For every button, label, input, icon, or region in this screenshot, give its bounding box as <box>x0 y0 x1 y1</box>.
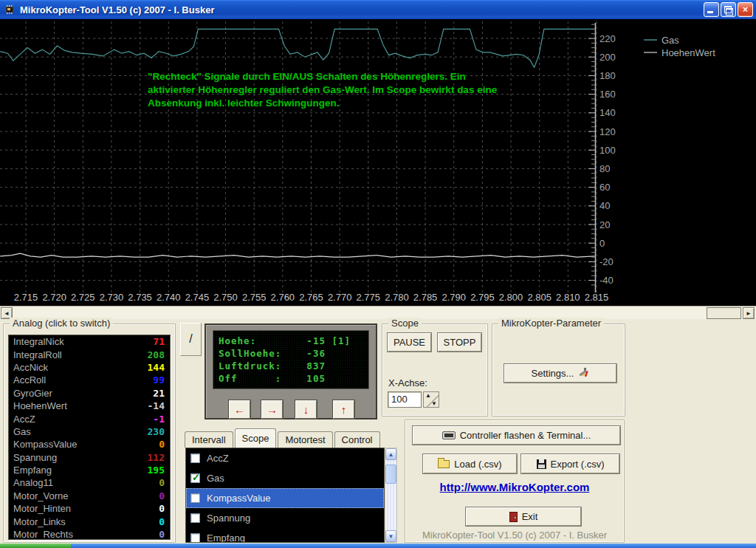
analog-row[interactable]: Motor_Vorne0 <box>9 490 170 502</box>
svg-text:2.755: 2.755 <box>242 292 267 303</box>
channel-row-kompassvalue[interactable]: KompassValue <box>186 488 384 508</box>
settings-button[interactable]: Settings... <box>504 364 616 383</box>
analog-value: 195 <box>148 465 165 476</box>
lcd-screen: Hoehe: -15 [1]SollHoehe: -36Luftdruck: 8… <box>213 330 369 389</box>
analog-row[interactable]: AccRoll99 <box>9 374 170 386</box>
scroll-up-icon[interactable]: ▲ <box>385 448 396 460</box>
analog-row[interactable]: Spannung112 <box>9 451 170 464</box>
checkbox-icon[interactable] <box>190 513 200 523</box>
checkbox-checked-icon[interactable]: ✓ <box>190 473 200 483</box>
analog-row[interactable]: Motor_Links0 <box>9 515 170 527</box>
checkbox-icon[interactable] <box>190 493 200 503</box>
export-csv-button[interactable]: Export (.csv) <box>521 454 619 473</box>
x-axis-input[interactable]: 100 <box>388 391 422 408</box>
close-button[interactable]: × <box>738 2 753 17</box>
svg-text:2.720: 2.720 <box>42 292 66 303</box>
lcd-up-button[interactable]: ↑ <box>333 400 354 419</box>
analog-label: Spannung <box>13 452 57 463</box>
minimize-button[interactable] <box>704 2 719 17</box>
flash-terminal-button[interactable]: Controller flashen & Terminal... <box>413 426 620 445</box>
channel-row-spannung[interactable]: Spannung <box>186 508 384 528</box>
analog-value: 0 <box>159 503 165 514</box>
tab-motortest[interactable]: Motortest <box>278 431 332 448</box>
mikrokopter-link[interactable]: http://www.MikroKopter.com <box>440 481 590 493</box>
channel-row-accz[interactable]: AccZ <box>186 448 384 468</box>
flash-terminal-label: Controller flashen & Terminal... <box>460 430 591 441</box>
analog-row[interactable]: GyroGier21 <box>9 387 170 400</box>
svg-text:2.725: 2.725 <box>71 292 95 303</box>
stop-button[interactable]: STOPP <box>438 333 481 352</box>
scope-caption: Scope <box>388 318 422 329</box>
svg-text:2.745: 2.745 <box>185 292 210 303</box>
footer-credit: MikroKopter-Tool V1.50 (c) 2007 - I. Bus… <box>422 530 607 541</box>
load-csv-button[interactable]: Load (.csv) <box>423 454 517 473</box>
svg-text:2.750: 2.750 <box>213 292 238 303</box>
svg-text:0: 0 <box>599 238 605 249</box>
exit-label: Exit <box>522 511 538 522</box>
x-axis-spinner[interactable]: ▲ ▼ <box>423 391 439 408</box>
analog-row[interactable]: Gas230 <box>9 425 170 438</box>
svg-text:2.800: 2.800 <box>499 292 523 303</box>
checkbox-icon[interactable] <box>190 533 200 543</box>
tab-intervall[interactable]: Intervall <box>185 431 233 448</box>
pause-button[interactable]: PAUSE <box>388 333 431 352</box>
lcd-left-button[interactable]: ← <box>229 400 250 419</box>
scope-chart-canvas: "Rechteck" Signale durch EIN/AUS Schalte… <box>0 19 756 306</box>
lcd-right-button[interactable]: → <box>261 400 283 419</box>
parameter-groupbox: MikroKopter-Parameter Settings... <box>492 323 625 417</box>
svg-text:2.760: 2.760 <box>271 292 295 303</box>
analog-row[interactable]: HoehenWert-14 <box>9 400 170 412</box>
analog-row[interactable]: IntegralRoll208 <box>9 348 170 360</box>
analog-row[interactable]: Empfang195 <box>9 464 170 476</box>
analog-row[interactable]: IntegralNick71 <box>9 335 170 348</box>
svg-text:80: 80 <box>599 163 610 174</box>
svg-text:2.790: 2.790 <box>441 292 466 303</box>
svg-text:2.715: 2.715 <box>14 292 38 303</box>
scroll-down-icon[interactable]: ▼ <box>385 530 396 542</box>
analog-row[interactable]: AccZ-1 <box>9 412 170 425</box>
analog-value: -14 <box>148 400 165 411</box>
window-title: MikroKopter-Tool V1.50 (c) 2007 - I. Bus… <box>20 4 214 16</box>
analog-caption: Analog (click to switch) <box>10 318 113 329</box>
channel-row-empfang[interactable]: Empfang <box>186 528 384 543</box>
spinner-up-icon[interactable]: ▲ <box>425 392 431 399</box>
svg-text:2.775: 2.775 <box>357 292 381 303</box>
svg-text:160: 160 <box>599 89 616 100</box>
svg-text:-40: -40 <box>599 275 614 286</box>
svg-text:2.785: 2.785 <box>413 292 438 303</box>
app-icon <box>4 4 16 16</box>
channel-list-scrollbar[interactable]: ▲ ▼ <box>385 448 397 543</box>
terminal-icon <box>442 431 456 439</box>
analog-value: 0 <box>159 490 165 501</box>
tab-control[interactable]: Control <box>334 431 380 448</box>
svg-text:2.730: 2.730 <box>100 292 124 303</box>
lcd-down-button[interactable]: ↓ <box>295 400 317 419</box>
scroll-thumb[interactable] <box>385 465 396 484</box>
analog-value: 0 <box>159 529 165 540</box>
load-csv-label: Load (.csv) <box>454 459 501 470</box>
channel-row-gas[interactable]: ✓Gas <box>186 468 384 488</box>
analog-row[interactable]: Motor_Hinten0 <box>9 502 170 515</box>
parameter-caption: MikroKopter-Parameter <box>498 318 604 329</box>
start-button-edge[interactable] <box>0 544 71 548</box>
checkbox-icon[interactable] <box>190 453 200 463</box>
hscroll-right-arrow-icon[interactable]: ► <box>743 307 755 319</box>
maximize-button[interactable] <box>721 2 736 17</box>
analog-value: 144 <box>148 362 165 373</box>
analog-value: 230 <box>148 426 165 437</box>
taskbar[interactable] <box>0 544 756 548</box>
chart-hscrollbar[interactable]: ◄ ► <box>0 306 756 319</box>
exit-button[interactable]: Exit <box>466 507 581 526</box>
tab-scope[interactable]: Scope <box>235 428 277 448</box>
analog-row[interactable]: KompassValue0 <box>9 438 170 451</box>
analog-row[interactable]: Analog110 <box>9 476 170 489</box>
analog-label: IntegralRoll <box>13 349 62 360</box>
channel-list: AccZ✓GasKompassValueSpannungEmpfang <box>185 448 385 543</box>
svg-text:200: 200 <box>599 52 616 63</box>
hscroll-thumb[interactable] <box>707 307 741 319</box>
lcd-line: Off : 105 <box>219 372 363 385</box>
analog-row[interactable]: AccNick144 <box>9 361 170 374</box>
spinner-down-icon[interactable]: ▼ <box>431 400 437 407</box>
svg-text:Gas: Gas <box>662 35 679 46</box>
analog-row[interactable]: Motor_Rechts0 <box>9 528 170 540</box>
